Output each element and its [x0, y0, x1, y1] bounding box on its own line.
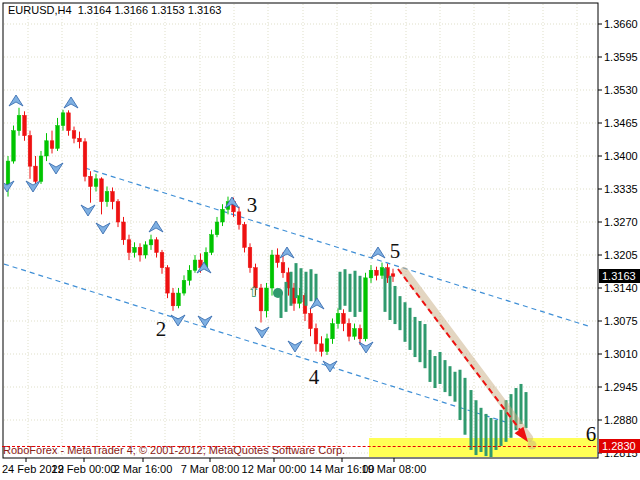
wave-label: 2 [156, 317, 167, 341]
candle [166, 265, 170, 298]
forecast-bar [344, 269, 347, 306]
price-tick-label: 1.3400 [604, 150, 638, 162]
forecast-bar [454, 372, 457, 402]
forecast-bar [525, 392, 528, 428]
chart-title: EURUSD,H4 1.3164 1.3166 1.3153 1.3163 [8, 4, 221, 16]
target-zone [369, 438, 597, 457]
price-tick-label: 1.3530 [604, 84, 638, 96]
forecast-bar [339, 272, 342, 310]
forecast-bar [359, 276, 362, 312]
current-price-value: 1.3163 [602, 270, 636, 282]
candle [39, 151, 43, 184]
forecast-bar [434, 356, 437, 388]
candle [364, 273, 368, 342]
price-tick-label: 1.2945 [604, 381, 638, 393]
price-tick-label: 1.3660 [604, 18, 638, 30]
forecast-bar [389, 276, 392, 320]
forecast-bar [285, 282, 288, 312]
time-tick-label: 29 Feb 00:00 [52, 463, 117, 475]
target-price-line [2, 446, 596, 447]
forecast-bar [399, 296, 402, 330]
forecast-bar [394, 286, 397, 324]
price-tick-label: 1.3465 [604, 117, 638, 129]
time-tick-label: 7 Mar 08:00 [181, 463, 240, 475]
candle [12, 126, 16, 164]
forecast-bar [290, 272, 293, 306]
price-tick-label: 1.3075 [604, 315, 638, 327]
forecast-bar [485, 414, 488, 456]
forecast-bar [459, 370, 462, 420]
dot-marker [273, 288, 283, 298]
forecast-bar [424, 324, 427, 368]
forecast-bar [439, 352, 442, 384]
forecast-bar [470, 390, 473, 450]
forecast-bar [520, 384, 523, 424]
forecast-bar [414, 317, 417, 357]
mt4-chart-window: ⇧234561.36601.35951.35301.34651.34001.33… [0, 0, 640, 480]
plot-frame [3, 3, 598, 458]
price-tick-label: 1.3010 [604, 348, 638, 360]
price-tick-label: 1.3270 [604, 216, 638, 228]
forecast-bar [384, 268, 387, 312]
forecast-bar [449, 366, 452, 396]
time-tick-label: 12 Mar 00:00 [242, 463, 307, 475]
forecast-bar [490, 418, 493, 457]
forecast-bar [500, 410, 503, 446]
candle [83, 138, 87, 181]
price-tick-label: 1.3140 [604, 282, 638, 294]
forecast-bar [305, 272, 308, 306]
entry-arrow-icon: ⇧ [248, 283, 261, 301]
time-tick-label: 19 Mar 08:00 [362, 463, 427, 475]
wave-label: 5 [390, 239, 401, 263]
forecast-bar [404, 302, 407, 342]
forecast-bar [444, 360, 447, 392]
forecast-bar [419, 321, 422, 362]
wave-label: 4 [309, 365, 320, 389]
price-chart-canvas[interactable]: ⇧234561.36601.35951.35301.34651.34001.33… [0, 0, 640, 480]
wave-label: 6 [586, 422, 597, 446]
forecast-bar [349, 274, 352, 312]
forecast-bar [354, 271, 357, 317]
forecast-bar [310, 269, 313, 301]
time-tick-label: 2 Mar 16:00 [114, 463, 173, 475]
forecast-bar [295, 263, 298, 298]
price-tick-label: 1.3595 [604, 51, 638, 63]
target-price-value: 1.2830 [602, 440, 636, 452]
forecast-bar [464, 378, 467, 435]
price-tick-label: 1.3205 [604, 249, 638, 261]
forecast-bar [300, 268, 303, 302]
forecast-bar [429, 350, 432, 382]
price-tick-label: 1.2880 [604, 414, 638, 426]
price-tick-label: 1.3335 [604, 183, 638, 195]
forecast-bar [409, 308, 412, 350]
wave-label: 3 [247, 193, 258, 217]
